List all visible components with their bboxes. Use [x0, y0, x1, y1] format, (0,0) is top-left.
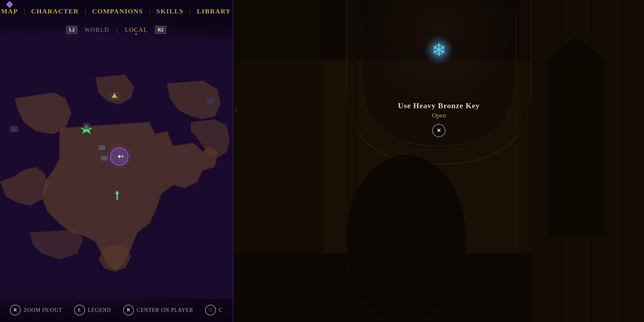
nav-map-label: MAP	[0, 7, 23, 15]
nav-skills-label[interactable]: SKILLS	[151, 7, 188, 15]
map-diamond-icon	[6, 1, 13, 8]
map-panel: L1 MAP | CHARACTER | COMPANIONS | SKILLS…	[0, 0, 233, 322]
nav-item-map[interactable]: MAP	[0, 7, 23, 15]
svg-rect-12	[206, 98, 215, 104]
sub-navigation: L2 WORLD | LOCAL R2	[0, 22, 233, 37]
map-svg: ✦ ◈ ✓ ✓	[0, 39, 233, 298]
legend-action[interactable]: L LEGEND	[74, 305, 111, 315]
top-navigation: L1 MAP | CHARACTER | COMPANIONS | SKILLS…	[0, 0, 233, 22]
svg-text:✓: ✓	[13, 128, 15, 131]
center-player-label: CENTER ON PLAYER	[137, 307, 193, 313]
game-panel: ❄ ○ Use Heavy Bronze Key Open ✕	[233, 0, 644, 322]
extra-label: C	[219, 307, 223, 313]
nav-character-label[interactable]: CHARACTER	[27, 7, 84, 15]
sub-nav-local[interactable]: LOCAL	[119, 27, 154, 33]
game-ui-overlay: ○ Use Heavy Bronze Key Open ✕	[233, 0, 644, 322]
extra-button[interactable]: □	[205, 305, 216, 315]
interaction-subtitle: Open	[398, 112, 480, 119]
l2-trigger[interactable]: L2	[66, 26, 78, 34]
extra-action[interactable]: □ C	[205, 305, 223, 315]
interaction-button[interactable]: ✕	[432, 124, 445, 137]
nav-companions-label[interactable]: COMPANIONS	[87, 7, 148, 15]
sub-nav-separator: |	[117, 26, 118, 34]
nav-separator-4: |	[190, 7, 191, 15]
interaction-title: Use Heavy Bronze Key	[398, 101, 480, 110]
svg-text:✓: ✓	[85, 125, 88, 128]
svg-rect-13	[99, 145, 105, 150]
svg-rect-16	[116, 195, 118, 200]
nav-separator-2: |	[85, 7, 86, 15]
map-canvas[interactable]: ✦ ◈ ✓ ✓	[0, 39, 233, 298]
nav-library-label[interactable]: LIBRARY	[192, 7, 233, 15]
center-player-action[interactable]: R CENTER ON PLAYER	[123, 305, 193, 315]
svg-text:◈: ◈	[121, 154, 124, 158]
nav-separator-1: |	[24, 7, 25, 15]
zoom-action[interactable]: R ZOOM IN/OUT	[10, 305, 62, 315]
center-player-button[interactable]: R	[123, 305, 134, 315]
nav-separator-3: |	[149, 7, 150, 15]
zoom-button[interactable]: R	[10, 305, 21, 315]
svg-rect-14	[101, 156, 107, 160]
legend-button[interactable]: L	[74, 305, 85, 315]
zoom-label: ZOOM IN/OUT	[24, 307, 62, 313]
interaction-prompt: Use Heavy Bronze Key Open ✕	[398, 101, 480, 137]
sub-nav-world[interactable]: WORLD	[78, 27, 115, 33]
bottom-action-bar: R ZOOM IN/OUT L LEGEND R CENTER ON PLAYE…	[0, 298, 233, 322]
hud-element: ○	[235, 107, 238, 114]
legend-label: LEGEND	[88, 307, 111, 313]
r2-trigger[interactable]: R2	[155, 26, 166, 34]
